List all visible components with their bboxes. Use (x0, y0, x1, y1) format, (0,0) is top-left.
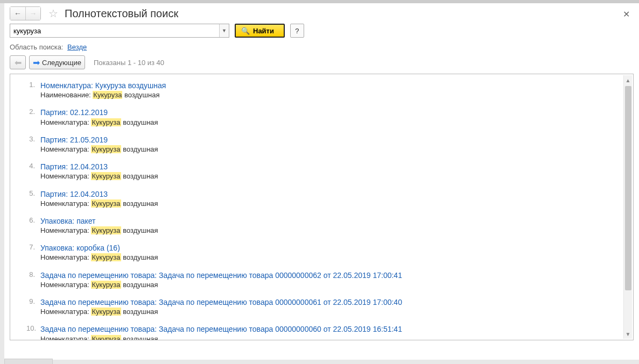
result-title-link[interactable]: Партия: 02.12.2019 (40, 108, 612, 117)
result-body: Упаковка: пакетНоменклатура: Кукуруза во… (40, 216, 612, 235)
highlight-term: Кукуруза (91, 335, 121, 340)
results-list: 1.Номенклатура: Кукуруза воздушнаяНаимен… (10, 74, 633, 340)
result-item: 6.Упаковка: пакетНоменклатура: Кукуруза … (26, 216, 612, 235)
pager-row: ⬅ ➡ Следующие Показаны 1 - 10 из 40 (4, 55, 639, 74)
result-title-link[interactable]: Партия: 12.04.2013 (40, 162, 612, 172)
bottom-gutter (4, 360, 639, 364)
result-title-link[interactable]: Упаковка: пакет (40, 216, 612, 226)
result-body: Партия: 12.04.2013Номенклатура: Кукуруза… (40, 162, 612, 181)
result-subtitle: Номенклатура: Кукуруза воздушная (40, 253, 612, 262)
result-body: Партия: 12.04.2013Номенклатура: Кукуруза… (40, 189, 612, 209)
search-dropdown-button[interactable]: ▼ (219, 24, 229, 37)
header: ← → ☆ Полнотекстовый поиск ✕ (4, 3, 639, 24)
results-panel: 1.Номенклатура: Кукуруза воздушнаяНаимен… (10, 74, 634, 340)
close-icon: ✕ (623, 9, 630, 19)
scope-row: Область поиска: Везде (4, 43, 639, 55)
page-title: Полнотекстовый поиск (65, 8, 178, 20)
result-item: 9.Задача по перемещению товара: Задача п… (26, 297, 612, 317)
result-body: Задача по перемещению товара: Задача по … (40, 297, 612, 317)
result-number: 5. (26, 189, 40, 209)
bottom-tab-notch (4, 359, 53, 364)
result-title-link[interactable]: Задача по перемещению товара: Задача по … (40, 270, 612, 280)
scroll-up-icon[interactable]: ▲ (624, 75, 632, 85)
result-title-link[interactable]: Упаковка: коробка (16) (40, 243, 612, 253)
chevron-down-icon: ▼ (222, 28, 227, 33)
scope-label: Область поиска: (10, 43, 63, 51)
result-body: Партия: 21.05.2019Номенклатура: Кукуруза… (40, 135, 612, 154)
favorite-star-icon[interactable]: ☆ (47, 8, 59, 19)
result-item: 7.Упаковка: коробка (16)Номенклатура: Ку… (26, 243, 612, 262)
result-title-link[interactable]: Партия: 21.05.2019 (40, 135, 612, 145)
result-number: 8. (26, 270, 40, 290)
next-page-button[interactable]: ➡ Следующие (29, 55, 85, 69)
pager-status: Показаны 1 - 10 из 40 (94, 59, 164, 67)
result-item: 5.Партия: 12.04.2013Номенклатура: Кукуру… (26, 189, 612, 209)
result-subtitle: Номенклатура: Кукуруза воздушная (40, 118, 612, 127)
highlight-term: Кукуруза (91, 118, 121, 126)
result-subtitle: Номенклатура: Кукуруза воздушная (40, 226, 612, 235)
result-item: 2.Партия: 02.12.2019Номенклатура: Кукуру… (26, 108, 612, 127)
search-icon: 🔍 (241, 27, 250, 35)
help-icon: ? (295, 27, 299, 35)
find-button[interactable]: 🔍 Найти (235, 24, 285, 38)
result-item: 1.Номенклатура: Кукуруза воздушнаяНаимен… (26, 81, 612, 100)
scroll-thumb[interactable] (625, 86, 631, 290)
result-subtitle: Номенклатура: Кукуруза воздушная (40, 280, 612, 290)
search-row: ▼ 🔍 Найти ? (4, 24, 639, 43)
nav-back-button[interactable]: ← (10, 7, 25, 20)
result-number: 1. (26, 81, 40, 100)
result-body: Партия: 02.12.2019Номенклатура: Кукуруза… (40, 108, 612, 127)
close-button[interactable]: ✕ (621, 9, 631, 19)
arrow-left-icon: ⬅ (15, 58, 22, 68)
result-body: Задача по перемещению товара: Задача по … (40, 324, 612, 340)
find-button-label: Найти (253, 27, 274, 35)
help-button[interactable]: ? (290, 24, 304, 38)
result-number: 3. (26, 135, 40, 154)
result-number: 6. (26, 216, 40, 235)
result-number: 2. (26, 108, 40, 127)
result-item: 8.Задача по перемещению товара: Задача п… (26, 270, 612, 290)
result-subtitle: Номенклатура: Кукуруза воздушная (40, 172, 612, 181)
scroll-down-icon[interactable]: ▼ (624, 329, 632, 339)
result-number: 7. (26, 243, 40, 262)
result-item: 10.Задача по перемещению товара: Задача … (26, 324, 612, 340)
scrollbar[interactable]: ▲ ▼ (623, 75, 632, 339)
highlight-term: Кукуруза (91, 172, 121, 180)
arrow-left-icon: ← (14, 9, 22, 18)
result-subtitle: Наименование: Кукуруза воздушная (40, 90, 612, 100)
highlight-term: Кукуруза (91, 199, 121, 208)
search-input[interactable] (10, 24, 219, 37)
highlight-term: Кукуруза (91, 308, 121, 316)
highlight-term: Кукуруза (91, 253, 121, 261)
result-title-link[interactable]: Задача по перемещению товара: Задача по … (40, 324, 612, 334)
result-subtitle: Номенклатура: Кукуруза воздушная (40, 145, 612, 154)
result-number: 10. (26, 324, 40, 340)
result-item: 3.Партия: 21.05.2019Номенклатура: Кукуру… (26, 135, 612, 154)
result-body: Задача по перемещению товара: Задача по … (40, 270, 612, 290)
result-item: 4.Партия: 12.04.2013Номенклатура: Кукуру… (26, 162, 612, 181)
nav-forward-button[interactable]: → (25, 7, 40, 20)
nav-buttons: ← → (10, 6, 41, 20)
highlight-term: Кукуруза (91, 226, 121, 234)
highlight-term: Кукуруза (91, 281, 121, 289)
scope-link[interactable]: Везде (67, 43, 87, 51)
highlight-term: Кукуруза (93, 91, 122, 99)
highlight-term: Кукуруза (91, 145, 121, 153)
result-body: Номенклатура: Кукуруза воздушнаяНаименов… (40, 81, 612, 100)
arrow-right-icon: → (30, 9, 37, 18)
result-subtitle: Номенклатура: Кукуруза воздушная (40, 199, 612, 209)
next-page-label: Следующие (42, 59, 81, 67)
result-title-link[interactable]: Задача по перемещению товара: Задача по … (40, 297, 612, 307)
result-title-link[interactable]: Партия: 12.04.2013 (40, 189, 612, 199)
prev-page-button[interactable]: ⬅ (10, 55, 26, 69)
arrow-right-icon: ➡ (33, 58, 40, 68)
result-number: 9. (26, 297, 40, 317)
result-title-link[interactable]: Номенклатура: Кукуруза воздушная (40, 81, 612, 90)
result-body: Упаковка: коробка (16)Номенклатура: Куку… (40, 243, 612, 262)
search-input-wrap: ▼ (10, 24, 229, 38)
result-number: 4. (26, 162, 40, 181)
result-subtitle: Номенклатура: Кукуруза воздушная (40, 307, 612, 317)
left-gutter (0, 3, 4, 364)
result-subtitle: Номенклатура: Кукуруза воздушная (40, 334, 612, 340)
